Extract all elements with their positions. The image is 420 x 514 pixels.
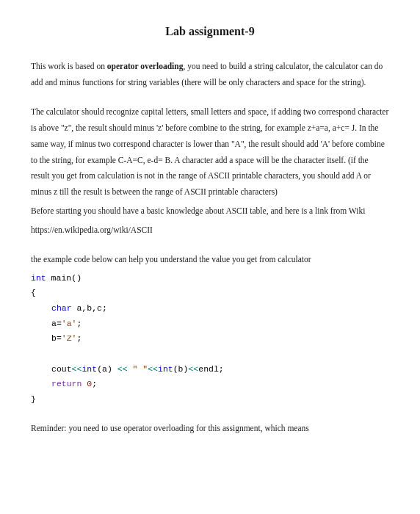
string-literal: " " <box>128 364 148 374</box>
page-title: Lab assignment-9 <box>31 21 389 43</box>
code-text: a,b,c; <box>72 303 107 313</box>
code-text: ; <box>92 379 97 388</box>
paragraph-intro: This work is based on operator overloadi… <box>31 59 389 91</box>
code-text: main() <box>46 273 82 283</box>
code-line: b='Z'; <box>31 331 389 347</box>
para1-prefix: This work is based on <box>31 62 107 70</box>
wiki-url: https://en.wikipedia.org/wiki/ASCII <box>31 222 389 239</box>
code-text: cout <box>51 364 72 374</box>
operator: << <box>188 364 198 374</box>
code-line: char a,b,c; <box>31 301 389 316</box>
code-text: (b) <box>173 364 189 374</box>
code-text: ; <box>77 319 82 328</box>
code-text: ; <box>77 333 82 343</box>
code-line: return 0; <box>31 377 389 392</box>
code-text: (a) <box>97 364 117 374</box>
keyword-int: int <box>31 273 46 283</box>
keyword-return: return <box>51 379 82 388</box>
paragraph-example: the example code below can help you unde… <box>31 252 389 268</box>
char-literal: 'a' <box>62 319 77 328</box>
char-literal: 'Z' <box>62 333 77 343</box>
operator: << <box>148 364 158 374</box>
code-line: int main() <box>31 271 389 286</box>
para1-bold: operator overloading <box>107 62 184 70</box>
keyword-int: int <box>158 364 173 374</box>
code-line: } <box>31 392 389 408</box>
operator: << <box>117 364 128 374</box>
code-text: b= <box>51 333 62 343</box>
code-text: endl; <box>198 364 224 374</box>
operator: << <box>72 364 82 374</box>
keyword-char: char <box>51 303 72 313</box>
keyword-int: int <box>82 364 97 374</box>
paragraph-wiki: Before starting you should have a basic … <box>31 203 389 220</box>
paragraph-rules: The calculator should recognize capital … <box>31 104 389 200</box>
code-block: int main() { char a,b,c; a='a'; b='Z'; c… <box>31 271 389 408</box>
number-literal: 0 <box>82 379 92 388</box>
code-line: cout<<int(a) << " "<<int(b)<<endl; <box>31 362 389 377</box>
paragraph-reminder: Reminder: you need to use operator overl… <box>31 421 389 437</box>
code-line: { <box>31 286 389 301</box>
code-line: a='a'; <box>31 316 389 332</box>
code-text: a= <box>51 319 62 328</box>
code-line <box>31 347 389 362</box>
